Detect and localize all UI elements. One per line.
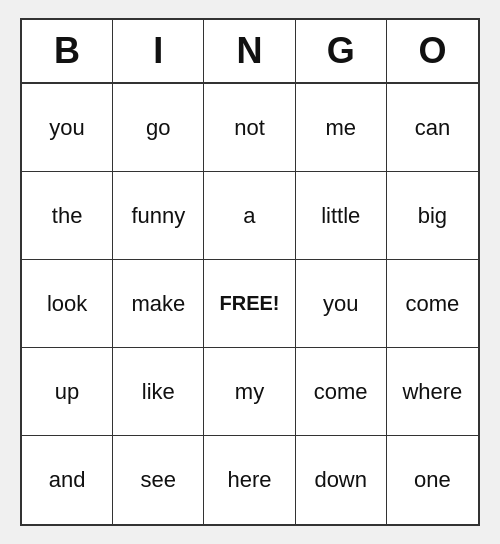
bingo-cell-9[interactable]: big [387,172,478,260]
bingo-cell-4[interactable]: can [387,84,478,172]
bingo-cell-8[interactable]: little [296,172,387,260]
bingo-cell-6[interactable]: funny [113,172,204,260]
bingo-cell-5[interactable]: the [22,172,113,260]
bingo-cell-15[interactable]: up [22,348,113,436]
bingo-grid: yougonotmecanthefunnyalittlebiglookmakeF… [22,84,478,524]
bingo-cell-21[interactable]: see [113,436,204,524]
bingo-cell-20[interactable]: and [22,436,113,524]
bingo-cell-0[interactable]: you [22,84,113,172]
bingo-cell-1[interactable]: go [113,84,204,172]
bingo-cell-10[interactable]: look [22,260,113,348]
header-letter-i: I [113,20,204,82]
header-letter-g: G [296,20,387,82]
bingo-cell-13[interactable]: you [296,260,387,348]
bingo-cell-18[interactable]: come [296,348,387,436]
header-letter-b: B [22,20,113,82]
bingo-cell-12[interactable]: FREE! [204,260,295,348]
bingo-cell-11[interactable]: make [113,260,204,348]
bingo-cell-3[interactable]: me [296,84,387,172]
bingo-cell-16[interactable]: like [113,348,204,436]
bingo-header: BINGO [22,20,478,84]
bingo-cell-7[interactable]: a [204,172,295,260]
bingo-cell-19[interactable]: where [387,348,478,436]
bingo-cell-22[interactable]: here [204,436,295,524]
bingo-cell-14[interactable]: come [387,260,478,348]
bingo-card: BINGO yougonotmecanthefunnyalittlebigloo… [20,18,480,526]
bingo-cell-17[interactable]: my [204,348,295,436]
bingo-cell-23[interactable]: down [296,436,387,524]
bingo-cell-2[interactable]: not [204,84,295,172]
header-letter-o: O [387,20,478,82]
header-letter-n: N [204,20,295,82]
bingo-cell-24[interactable]: one [387,436,478,524]
